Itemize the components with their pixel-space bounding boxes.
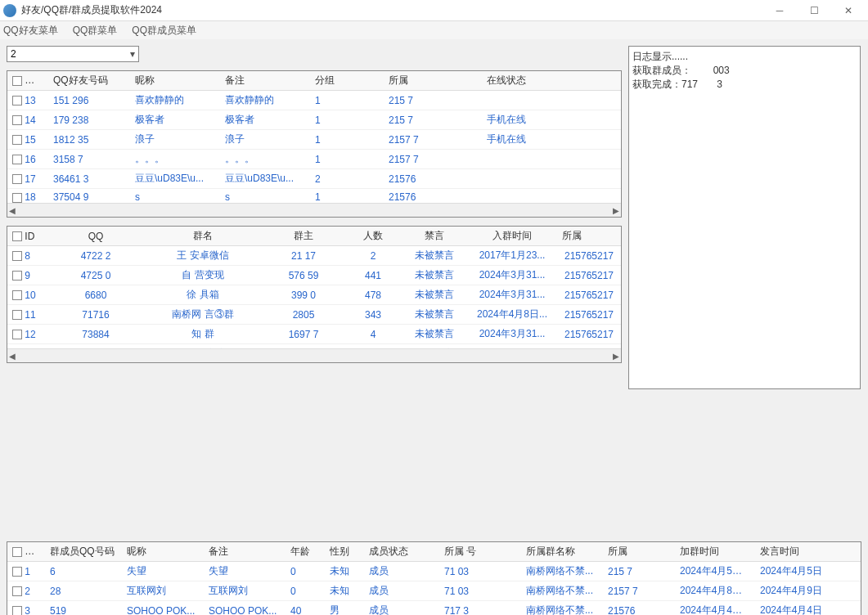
close-button[interactable]: ✕ bbox=[832, 1, 865, 20]
table-row[interactable]: 106680 徐 具箱399 0478未被禁言2024年3月31...21576… bbox=[7, 285, 621, 305]
menu-friends[interactable]: QQ好友菜单 bbox=[3, 24, 58, 38]
groups-h-id[interactable]: ID bbox=[7, 227, 48, 246]
groups-table: ID QQ 群名 群主 人数 禁言 入群时间 所属 84722 2王 安卓微信2… bbox=[7, 226, 622, 363]
table-row[interactable]: 13151 296喜欢静静的喜欢静静的1215 7 bbox=[7, 91, 621, 110]
members-h-id[interactable]: 编号 bbox=[7, 542, 45, 562]
friends-h-remark[interactable]: 备注 bbox=[220, 71, 310, 91]
app-icon bbox=[3, 4, 16, 17]
members-table: 编号 群成员QQ号码 昵称 备注 年龄 性别 成员状态 所属 号 所属群名称 所… bbox=[7, 541, 861, 615]
menu-bar: QQ好友菜单 QQ群菜单 QQ群成员菜单 bbox=[0, 21, 868, 39]
friends-h-nick[interactable]: 昵称 bbox=[130, 71, 220, 91]
groups-h-belong[interactable]: 所属 bbox=[557, 227, 621, 246]
table-row[interactable]: 1837504 9ss121576 bbox=[7, 189, 621, 204]
friends-table: 编号 QQ好友号码 昵称 备注 分组 所属 在线状态 13151 296喜欢静静… bbox=[7, 70, 622, 218]
members-h-st[interactable]: 发言时间 bbox=[755, 542, 861, 562]
groups-h-name[interactable]: 群名 bbox=[143, 227, 263, 246]
table-row[interactable]: 13863572灰总公众 交流群34594956未被禁言2024年3月31...… bbox=[7, 344, 621, 349]
combo-value: 2 bbox=[11, 48, 16, 60]
members-h-remark[interactable]: 备注 bbox=[204, 542, 286, 562]
members-h-gname[interactable]: 所属群名称 bbox=[521, 542, 603, 562]
members-h-status[interactable]: 成员状态 bbox=[364, 542, 439, 562]
table-row[interactable]: 1171716 南桥网 言③群2805343未被禁言2024年4月8日...21… bbox=[7, 305, 621, 325]
friends-h-group[interactable]: 分组 bbox=[310, 71, 384, 91]
friends-h-belong[interactable]: 所属 bbox=[384, 71, 482, 91]
members-h-gnum[interactable]: 所属 号 bbox=[439, 542, 521, 562]
groups-hscroll[interactable]: ◀▶ bbox=[7, 348, 621, 362]
window-titlebar: 好友/QQ群/群成员提取软件2024 ─ ☐ ✕ bbox=[0, 0, 868, 21]
menu-members[interactable]: QQ群成员菜单 bbox=[132, 24, 196, 38]
members-h-sex[interactable]: 性别 bbox=[325, 542, 364, 562]
groups-h-count[interactable]: 人数 bbox=[344, 227, 402, 246]
members-h-qq[interactable]: 群成员QQ号码 bbox=[45, 542, 122, 562]
table-row[interactable]: 1736461 3豆豆\uD83E\u...豆豆\uD83E\u...22157… bbox=[7, 169, 621, 189]
members-h-jt[interactable]: 加群时间 bbox=[675, 542, 755, 562]
table-row[interactable]: 84722 2王 安卓微信21 172未被禁言2017年1月23...21576… bbox=[7, 246, 621, 266]
table-row[interactable]: 14179 238极客者极客者1215 7手机在线 bbox=[7, 110, 621, 130]
friends-h-status[interactable]: 在线状态 bbox=[482, 71, 621, 91]
table-row[interactable]: 151812 35浪子浪子12157 7手机在线 bbox=[7, 130, 621, 150]
friends-h-qq[interactable]: QQ好友号码 bbox=[48, 71, 130, 91]
members-h-nick[interactable]: 昵称 bbox=[122, 542, 204, 562]
maximize-button[interactable]: ☐ bbox=[798, 1, 830, 20]
table-row[interactable]: 163158 7。。。。。。12157 7 bbox=[7, 150, 621, 169]
groups-h-qq[interactable]: QQ bbox=[48, 227, 143, 246]
table-row[interactable]: 228互联网刘互联网刘0未知成员71 03南桥网络不禁...2157 72024… bbox=[7, 581, 861, 601]
friends-h-id[interactable]: 编号 bbox=[7, 71, 48, 91]
menu-groups[interactable]: QQ群菜单 bbox=[73, 24, 118, 38]
groups-h-owner[interactable]: 群主 bbox=[263, 227, 344, 246]
members-h-age[interactable]: 年龄 bbox=[286, 542, 325, 562]
log-panel: 日志显示...... 获取群成员： 003 获取完成：717 3 bbox=[628, 46, 861, 389]
table-row[interactable]: 16失望失望0未知成员71 03南桥网络不禁...215 72024年4月5日.… bbox=[7, 562, 861, 581]
minimize-button[interactable]: ─ bbox=[763, 1, 796, 20]
table-row[interactable]: 3519SOHOO POK...SOHOO POK...40男成员717 3南桥… bbox=[7, 601, 861, 616]
account-combo[interactable]: 2 bbox=[7, 46, 139, 62]
table-row[interactable]: 1273884知 群1697 74未被禁言2024年3月31...2157652… bbox=[7, 325, 621, 344]
friends-hscroll[interactable]: ◀▶ bbox=[7, 203, 621, 217]
members-h-belong[interactable]: 所属 bbox=[603, 542, 675, 562]
window-title: 好友/QQ群/群成员提取软件2024 bbox=[21, 3, 763, 17]
table-row[interactable]: 94725 0自 营变现576 59441未被禁言2024年3月31...215… bbox=[7, 266, 621, 285]
groups-h-muted[interactable]: 禁言 bbox=[402, 227, 467, 246]
groups-h-join[interactable]: 入群时间 bbox=[467, 227, 557, 246]
